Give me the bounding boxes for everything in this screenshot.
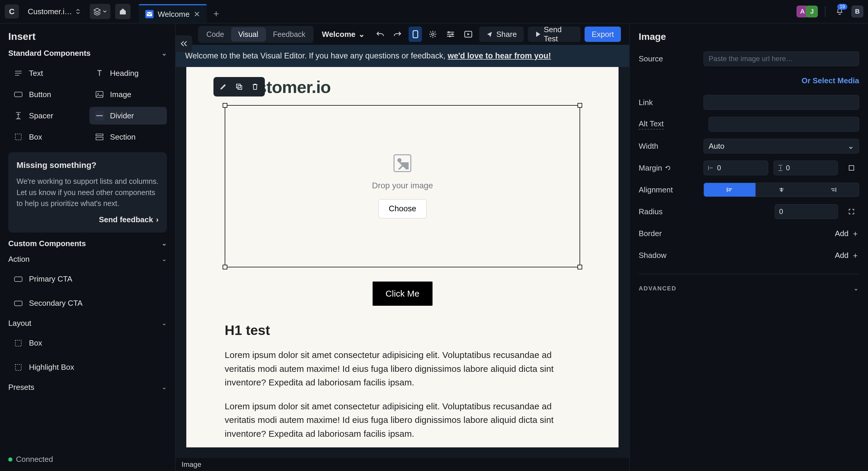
width-select[interactable]: Auto⌄ (704, 139, 859, 153)
h1-block[interactable]: H1 test (225, 322, 580, 338)
properties-panel: Image Source Or Select Media Link Alt Te… (629, 24, 868, 471)
avatar-current-user[interactable]: B (851, 6, 863, 18)
delete-button[interactable] (248, 80, 262, 94)
svg-rect-7 (96, 137, 103, 140)
resize-handle-bl[interactable] (223, 265, 227, 270)
component-heading[interactable]: Heading (89, 64, 167, 82)
edit-button[interactable] (216, 80, 230, 94)
selected-image-block[interactable]: Drop your image Choose (225, 105, 580, 268)
radius-input[interactable] (775, 204, 838, 219)
standard-components-header[interactable]: Standard Components⌄ (8, 49, 167, 58)
custom-components-header[interactable]: Custom Components⌄ (8, 239, 167, 248)
component-image[interactable]: Image (89, 86, 167, 103)
email-canvas[interactable]: stomer.io Drop your image Choose Click M… (186, 67, 619, 447)
notification-badge: 19 (837, 4, 847, 10)
tab-welcome[interactable]: Welcome ✕ (139, 4, 207, 23)
resize-handle-tr[interactable] (578, 103, 582, 108)
preview-button[interactable] (461, 27, 475, 42)
add-border-button[interactable]: Add＋ (835, 228, 859, 239)
send-test-button[interactable]: Send Test (528, 27, 581, 42)
radius-expand-button[interactable] (844, 204, 859, 219)
play-icon (535, 31, 540, 37)
code-tab[interactable]: Code (199, 27, 231, 42)
svg-rect-9 (14, 301, 22, 306)
chevron-down-icon: ⌄ (161, 383, 167, 391)
paragraph-1[interactable]: Lorem ipsum dolor sit amet consectetur a… (225, 348, 580, 389)
header-divider (825, 6, 826, 17)
align-left-button[interactable] (704, 183, 755, 196)
paragraph-2[interactable]: Lorem ipsum dolor sit amet consectetur a… (225, 400, 580, 441)
undo-icon (376, 31, 384, 38)
layout-highlight-box[interactable]: Highlight Box (8, 358, 167, 376)
svg-point-13 (432, 33, 434, 35)
select-media-link[interactable]: Or Select Media (802, 76, 859, 85)
redo-button[interactable] (391, 27, 404, 42)
choose-image-button[interactable]: Choose (378, 199, 427, 218)
undo-button[interactable] (373, 27, 387, 42)
custom-primary-cta[interactable]: Primary CTA (8, 270, 167, 288)
margin-horizontal-input[interactable] (704, 161, 768, 175)
align-center-button[interactable] (755, 183, 807, 196)
advanced-section-header[interactable]: ADVANCED ⌄ (639, 285, 859, 292)
export-button[interactable]: Export (585, 27, 621, 42)
selection-footer: Image (176, 458, 629, 471)
center-area: Code Visual Feedback Welcome ⌄ Share (176, 24, 629, 471)
align-right-icon (830, 187, 836, 192)
source-input[interactable] (704, 51, 859, 66)
connection-status: Connected (8, 455, 167, 464)
alt-text-input[interactable] (709, 117, 859, 132)
action-header[interactable]: Action⌄ (8, 255, 167, 264)
presets-header[interactable]: Presets⌄ (8, 383, 167, 392)
plus-icon: ＋ (851, 228, 859, 239)
pencil-icon (220, 83, 227, 90)
send-feedback-link[interactable]: Send feedback › (99, 215, 159, 224)
resize-handle-br[interactable] (578, 265, 582, 270)
selection-toolbar (213, 77, 265, 96)
feedback-tab[interactable]: Feedback (266, 27, 313, 42)
layout-header[interactable]: Layout⌄ (8, 319, 167, 328)
tab-label: Welcome (158, 10, 190, 19)
layers-button[interactable] (90, 4, 111, 19)
svg-rect-11 (16, 365, 21, 370)
source-label: Source (639, 54, 698, 63)
component-divider[interactable]: Divider (89, 107, 167, 125)
settings-button[interactable] (426, 27, 440, 42)
component-section[interactable]: Section (89, 128, 167, 146)
device-button[interactable] (409, 27, 422, 42)
reset-icon[interactable] (665, 165, 671, 171)
custom-secondary-cta[interactable]: Secondary CTA (8, 294, 167, 312)
tab-close-button[interactable]: ✕ (194, 10, 200, 19)
duplicate-button[interactable] (232, 80, 247, 94)
copy-icon (236, 83, 243, 90)
document-title-dropdown[interactable]: Welcome ⌄ (322, 30, 365, 39)
notifications-button[interactable]: 19 (833, 4, 847, 19)
svg-rect-12 (413, 31, 418, 38)
align-right-button[interactable] (807, 183, 859, 196)
component-text[interactable]: Text (8, 64, 86, 82)
sliders-button[interactable] (444, 27, 457, 42)
component-box[interactable]: Box (8, 128, 86, 146)
share-button[interactable]: Share (479, 27, 524, 42)
add-shadow-button[interactable]: Add＋ (835, 250, 859, 260)
component-spacer[interactable]: Spacer (8, 107, 86, 125)
margin-vertical-input[interactable] (774, 161, 838, 175)
margin-expand-button[interactable] (844, 160, 859, 176)
trash-icon (252, 83, 258, 90)
button-icon (13, 90, 23, 99)
cta-block[interactable]: Click Me (373, 282, 433, 306)
svg-rect-18 (237, 84, 240, 88)
layout-box[interactable]: Box (8, 334, 167, 352)
resize-handle-tl[interactable] (223, 103, 227, 108)
component-button[interactable]: Button (8, 86, 86, 103)
svg-point-16 (449, 35, 451, 37)
chevron-down-icon: ⌄ (161, 255, 167, 263)
avatar-j[interactable]: J (806, 6, 818, 18)
link-input[interactable] (704, 95, 859, 110)
top-header: C Customer.i… Welcome ✕ + A J 19 B (0, 0, 868, 24)
banner-link[interactable]: we'd love to hear from you! (447, 51, 551, 60)
project-switcher[interactable]: Customer.i… (24, 5, 85, 18)
add-tab-button[interactable]: + (207, 4, 225, 23)
home-button[interactable] (115, 4, 130, 19)
visual-tab[interactable]: Visual (231, 27, 266, 42)
collapse-left-button[interactable] (176, 35, 192, 52)
